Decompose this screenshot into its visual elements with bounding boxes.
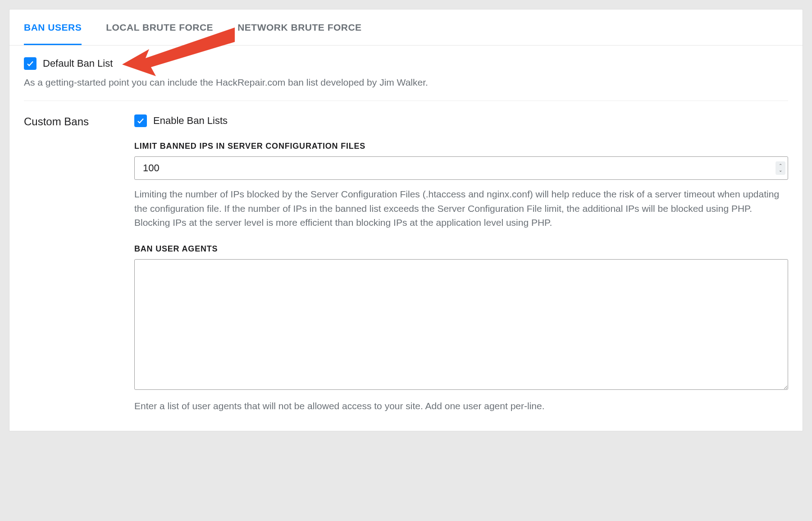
- enable-ban-lists-checkbox[interactable]: [134, 114, 147, 127]
- custom-bans-heading: Custom Bans: [24, 114, 134, 128]
- enable-ban-lists-label: Enable Ban Lists: [153, 115, 228, 127]
- check-icon: [26, 59, 34, 68]
- default-ban-list-description: As a getting-started point you can inclu…: [24, 77, 788, 88]
- tab-bar: BAN USERS LOCAL BRUTE FORCE NETWORK BRUT…: [9, 9, 803, 46]
- enable-ban-lists-row: Enable Ban Lists: [134, 114, 788, 127]
- number-stepper[interactable]: ⌃ ⌄: [776, 161, 785, 175]
- default-ban-list-label: Default Ban List: [43, 58, 113, 69]
- tab-local-brute-force[interactable]: LOCAL BRUTE FORCE: [106, 9, 213, 45]
- ban-user-agents-help: Enter a list of user agents that will no…: [134, 399, 788, 413]
- ban-user-agents-label: BAN USER AGENTS: [134, 244, 788, 254]
- default-ban-list-checkbox[interactable]: [24, 57, 36, 70]
- limit-banned-ips-field-wrap: ⌃ ⌄: [134, 156, 788, 180]
- tab-ban-users[interactable]: BAN USERS: [24, 9, 82, 45]
- limit-banned-ips-help: Limiting the number of IPs blocked by th…: [134, 187, 788, 230]
- limit-banned-ips-input[interactable]: [134, 156, 788, 180]
- chevron-down-icon: ⌄: [779, 168, 782, 173]
- settings-panel: BAN USERS LOCAL BRUTE FORCE NETWORK BRUT…: [9, 9, 803, 431]
- limit-banned-ips-label: LIMIT BANNED IPS IN SERVER CONFIGURATION…: [134, 142, 788, 151]
- default-ban-list-row: Default Ban List: [24, 57, 788, 70]
- section-divider: [24, 101, 788, 101]
- tab-content: Default Ban List As a getting-started po…: [9, 46, 803, 431]
- ban-user-agents-textarea[interactable]: [134, 259, 788, 390]
- tab-network-brute-force[interactable]: NETWORK BRUTE FORCE: [237, 9, 362, 45]
- check-icon: [137, 117, 145, 125]
